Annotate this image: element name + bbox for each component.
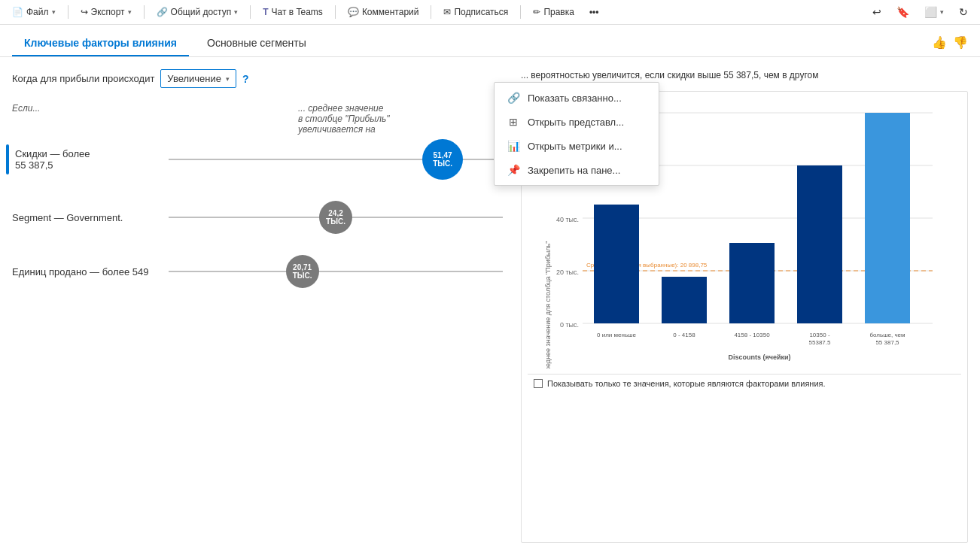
toolbar-comment[interactable]: 💬 Комментарий [342, 4, 425, 20]
bar-4[interactable] [797, 165, 842, 323]
subscribe-icon: ✉ [443, 7, 451, 17]
factor-label-3: Единиц продано — более 549 [12, 266, 163, 278]
toolbar-subscribe[interactable]: ✉ Подписаться [437, 4, 514, 20]
menu-item-open-metrics[interactable]: 📊 Открыть метрики и... [495, 134, 659, 158]
menu-item-show-related[interactable]: 🔗 Показать связанно... [495, 86, 659, 110]
factor-label-2: Segment — Government. [12, 212, 163, 223]
tab-bar: Ключевые факторы влияния Основные сегмен… [0, 25, 980, 57]
filter-checkbox[interactable]: Показывать только те значения, которые я… [534, 379, 826, 388]
toolbar-share[interactable]: 🔗 Общий доступ ▾ [151, 4, 245, 20]
export-icon: ↪ [81, 7, 88, 17]
checkbox-label: Показывать только те значения, которые я… [547, 379, 826, 388]
toolbar-more[interactable]: ••• [583, 4, 605, 20]
bar-2[interactable] [662, 277, 707, 323]
filter-label: Когда для прибыли происходит [12, 73, 154, 84]
bar-label-3: 4158 - 10350 [734, 332, 770, 338]
factor-bubble-1[interactable]: 51,47ТЫС. [422, 139, 463, 180]
left-panel: Когда для прибыли происходит Увеличение … [12, 69, 509, 543]
share-icon: 🔗 [507, 92, 520, 104]
window-button[interactable]: ⬜ ▾ [918, 3, 950, 21]
toolbar-file[interactable]: 📄 Файл ▾ [6, 4, 62, 20]
y-axis-label: Среднее значение для столбца "Прибыль" [544, 241, 552, 368]
bookmark-button[interactable]: 🔖 [890, 3, 915, 21]
bar-1[interactable] [594, 205, 639, 323]
chevron-down-icon: ▾ [234, 8, 238, 16]
share-icon: 🔗 [157, 7, 168, 17]
y-label-0k: 0 тыс. [560, 321, 579, 329]
menu-item-pin[interactable]: 📌 Закрепить на пане... [495, 158, 659, 182]
factor-label-1: Скидки — более 55 387,5 [12, 148, 90, 171]
checkbox-box[interactable] [534, 379, 543, 388]
chart-footer: Показывать только те значения, которые я… [528, 374, 961, 393]
toolbar-right-actions: ↩ 🔖 ⬜ ▾ ↻ [866, 3, 974, 21]
toolbar-export[interactable]: ↪ Экспорт ▾ [75, 4, 138, 20]
pin-icon: 📌 [507, 164, 520, 176]
thumbs-up-icon[interactable]: 👍 [932, 35, 947, 50]
chevron-down-icon: ▾ [128, 8, 132, 16]
chevron-down-icon: ▾ [940, 8, 944, 16]
blue-accent-bar [6, 144, 9, 174]
help-icon[interactable]: ? [242, 73, 249, 85]
factor-bubble-3[interactable]: 20,71ТЫС. [286, 255, 319, 288]
file-icon: 📄 [12, 7, 23, 17]
separator [335, 5, 336, 19]
factor-row-3: Единиц продано — более 549 20,71ТЫС. [12, 256, 509, 287]
edit-icon: ✏ [533, 7, 540, 17]
bar-label-5b: 55 387,5 [875, 339, 899, 346]
if-column-header: Если... [12, 103, 298, 135]
tab-main-segments[interactable]: Основные сегменты [195, 31, 318, 56]
factor-bubble-2[interactable]: 24,2ТЫС. [319, 201, 352, 234]
bar-label-4b: 55387.5 [809, 339, 831, 346]
chevron-down-icon: ▾ [226, 75, 230, 83]
more-icon: ••• [589, 7, 599, 17]
factor-row-2: Segment — Government. 24,2ТЫС. [12, 202, 509, 232]
filter-row: Когда для прибыли происходит Увеличение … [12, 69, 509, 88]
chart-icon: 📊 [507, 140, 520, 152]
thumbs-down-icon[interactable]: 👎 [953, 35, 968, 50]
dropdown-menu: 🔗 Показать связанно... ⊞ Открыть предста… [494, 82, 659, 186]
toolbar-teams-chat[interactable]: T Чат в Teams [257, 4, 329, 20]
factor-row-1: Скидки — более 55 387,5 51,47ТЫС. [12, 141, 509, 178]
bar-label-1: 0 или меньше [597, 332, 636, 338]
x-axis-label: Discounts (ячейки) [728, 353, 790, 361]
separator [68, 5, 68, 19]
content-area: Когда для прибыли происходит Увеличение … [0, 57, 980, 555]
separator [144, 5, 145, 19]
chevron-down-icon: ▾ [52, 8, 56, 16]
tab-key-factors[interactable]: Ключевые факторы влияния [12, 31, 189, 56]
description-text: ... вероятностью увеличится, если скидки… [521, 69, 968, 82]
y-label-20k: 20 тыс. [556, 268, 579, 276]
toolbar: 📄 Файл ▾ ↪ Экспорт ▾ 🔗 Общий доступ ▾ T … [0, 0, 980, 25]
filter-dropdown[interactable]: Увеличение ▾ [160, 69, 236, 88]
bar-label-4: 10350 - [809, 332, 829, 338]
layout-icon: ⊞ [507, 116, 520, 128]
y-label-40k: 40 тыс. [556, 216, 579, 223]
separator [431, 5, 431, 19]
refresh-button[interactable]: ↻ [953, 3, 974, 21]
column-headers: Если... ... среднее значение в столбце "… [12, 103, 509, 135]
toolbar-edit[interactable]: ✏ Правка [527, 4, 580, 20]
bar-label-2: 0 - 4158 [673, 332, 695, 338]
then-column-header: ... среднее значение в столбце "Прибыль"… [298, 103, 509, 135]
bar-5[interactable] [865, 113, 910, 323]
bar-3[interactable] [729, 243, 775, 323]
window-icon: ⬜ [924, 6, 937, 18]
undo-button[interactable]: ↩ [866, 3, 887, 21]
separator [250, 5, 251, 19]
main-content: Ключевые факторы влияния Основные сегмен… [0, 25, 980, 555]
separator [520, 5, 521, 19]
bar-label-5: больше, чем [869, 332, 905, 338]
teams-icon: T [263, 7, 268, 17]
menu-item-open-view[interactable]: ⊞ Открыть представл... [495, 110, 659, 134]
comment-icon: 💬 [348, 7, 359, 17]
